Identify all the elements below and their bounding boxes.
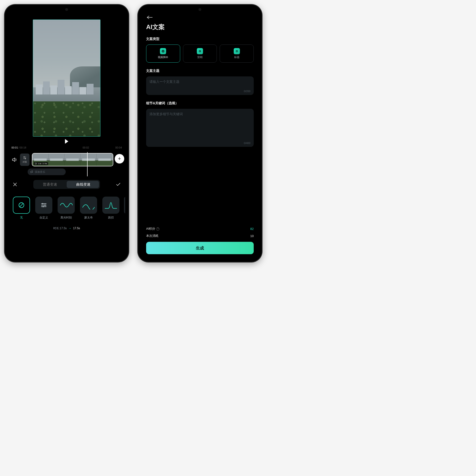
phone-editor: 00:01 / 00:18 00:02 00:04 封面	[5, 5, 129, 262]
svg-point-1	[31, 172, 31, 173]
help-icon[interactable]: ?	[156, 227, 159, 231]
add-music-button[interactable]: 添加音乐	[28, 169, 66, 175]
type-label: 文案类型	[146, 34, 254, 45]
curve-montage[interactable]: 蒙太奇	[79, 197, 98, 220]
details-label: 细节&关键词（选填）	[146, 95, 254, 109]
ruler-tick: 00:04	[115, 146, 122, 149]
confirm-button[interactable]	[116, 182, 121, 187]
svg-point-2	[32, 172, 33, 172]
svg-point-5	[45, 205, 46, 206]
details-input[interactable]: 添加更多细节与关键词 0/400	[146, 109, 254, 147]
details-count: 0/400	[244, 142, 250, 144]
curve-label: 跳切	[108, 216, 114, 220]
theme-input[interactable]: 请输入一个文案主题 0/200	[146, 76, 254, 95]
credits-value: 82	[250, 227, 254, 231]
ruler-tick: 00:02	[83, 146, 89, 149]
type-label-text: 营销	[197, 55, 203, 59]
video-clip[interactable]: ‹ 1.0x 17.5s	[32, 153, 113, 166]
play-button[interactable]	[8, 137, 125, 145]
svg-point-6	[43, 206, 44, 207]
page-title: AI文案	[146, 23, 254, 34]
duration-readout: 时长:17.5s → 17.5s	[8, 222, 125, 234]
type-video-script[interactable]: 视频脚本	[146, 45, 180, 63]
svg-rect-8	[199, 50, 201, 52]
curve-jumpcut[interactable]: 跳切	[102, 197, 120, 220]
add-music-label: 添加音乐	[35, 170, 45, 174]
theme-placeholder: 请输入一个文案主题	[150, 80, 250, 84]
type-marketing[interactable]: 营销	[183, 45, 217, 63]
curve-custom[interactable]: 自定义	[34, 197, 53, 220]
curve-label: 自定义	[39, 216, 48, 220]
curve-highlight[interactable]: 高光时刻	[57, 197, 76, 220]
close-button[interactable]	[12, 182, 17, 187]
curve-more[interactable]	[124, 197, 125, 220]
cost-label: 本次消耗	[146, 234, 158, 238]
camera-notch	[199, 8, 201, 11]
theme-label: 文案主题	[146, 63, 254, 76]
tab-normal-speed[interactable]: 普通变速	[33, 182, 67, 187]
tab-curve-speed[interactable]: 曲线变速	[67, 182, 100, 187]
video-preview[interactable]	[33, 19, 101, 136]
type-label-text: 视频脚本	[158, 55, 168, 59]
curve-none[interactable]: 无	[12, 197, 31, 220]
phone-ai-copy: AI文案 文案类型 视频脚本 营销	[138, 5, 262, 262]
curve-label: 蒙太奇	[84, 216, 93, 220]
curve-label: 高光时刻	[60, 216, 72, 220]
volume-icon[interactable]	[11, 157, 17, 163]
time-total: 00:18	[20, 146, 26, 149]
time-current: 00:01	[11, 146, 18, 149]
add-clip-button[interactable]: +	[115, 154, 124, 164]
svg-point-4	[42, 203, 43, 204]
type-label-text: 标题	[234, 55, 239, 59]
generate-button[interactable]: 生成	[146, 242, 254, 254]
details-placeholder: 添加更多细节与关键词	[150, 112, 250, 116]
clip-badge: 1.0x 17.5s	[34, 162, 48, 165]
speed-tabs: 普通变速 曲线变速	[33, 180, 100, 189]
curve-label: 无	[20, 216, 23, 220]
credits-label: AI积分?	[146, 227, 159, 231]
theme-count: 0/200	[244, 90, 250, 93]
cover-label: 封面	[23, 160, 27, 164]
cover-button[interactable]: 封面	[20, 153, 30, 166]
cost-value: 10	[250, 234, 254, 238]
type-title[interactable]: 标题	[220, 45, 254, 63]
camera-notch	[65, 8, 68, 11]
